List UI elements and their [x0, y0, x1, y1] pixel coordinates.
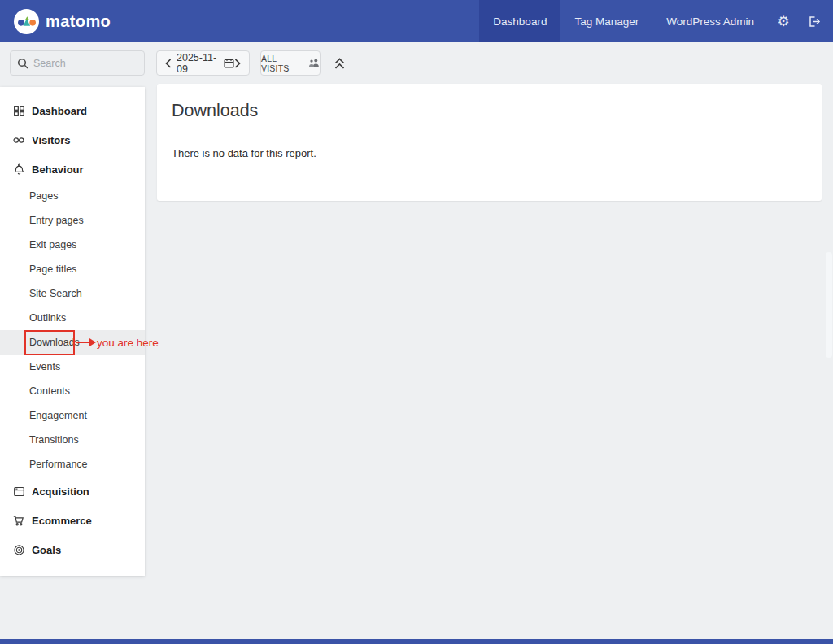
- sidebar-item-label: Dashboard: [32, 105, 87, 117]
- toolbar: 2025-11-09 ALL VISITS: [0, 42, 833, 83]
- sidebar-item-page-titles[interactable]: Page titles: [0, 257, 145, 281]
- sidebar-item-site-search[interactable]: Site Search: [0, 281, 145, 306]
- segment-label: ALL VISITS: [261, 54, 303, 73]
- sidebar-item-performance[interactable]: Performance: [0, 452, 145, 476]
- sidebar-item-goals[interactable]: Goals: [0, 535, 145, 564]
- visitors-link-icon: [13, 134, 24, 146]
- settings-button[interactable]: ⚙: [768, 0, 799, 42]
- sidebar-item-entry-pages[interactable]: Entry pages: [0, 208, 145, 233]
- sidebar-item-label: Acquisition: [32, 485, 89, 498]
- sidebar-item-label: Behaviour: [32, 163, 84, 176]
- sidebar-item-label: Goals: [32, 544, 61, 556]
- sidebar-item-label: Ecommerce: [32, 515, 92, 527]
- sidebar-item-pages[interactable]: Pages: [0, 184, 145, 208]
- nav-tag-manager[interactable]: Tag Manager: [560, 0, 652, 42]
- segment-selector[interactable]: ALL VISITS: [260, 50, 321, 76]
- chevron-left-icon[interactable]: [165, 59, 172, 68]
- matomo-logo-icon: [14, 9, 39, 34]
- search-box[interactable]: [10, 50, 145, 76]
- chevron-right-icon[interactable]: [234, 59, 241, 68]
- sidebar-item-behaviour[interactable]: Behaviour: [0, 154, 145, 184]
- sidebar-item-dashboard[interactable]: Dashboard: [0, 96, 145, 125]
- settings-gear-icon: ⚙: [777, 15, 789, 28]
- sidebar-item-visitors[interactable]: Visitors: [0, 125, 145, 154]
- matomo-logo[interactable]: matomo: [14, 9, 111, 34]
- brand-name: matomo: [46, 12, 111, 31]
- dashboard-grid-icon: [13, 105, 24, 116]
- navbar-links: Dashboard Tag Manager WordPress Admin ⚙: [479, 0, 830, 42]
- empty-report-message: There is no data for this report.: [172, 147, 822, 159]
- selected-date: 2025-11-09: [177, 52, 219, 75]
- sidebar-item-label: Visitors: [32, 134, 70, 146]
- sidebar-item-engagement[interactable]: Engagement: [0, 403, 145, 428]
- logout-icon: [808, 15, 821, 28]
- sidebar-item-contents[interactable]: Contents: [0, 379, 145, 403]
- sidebar-item-transitions[interactable]: Transitions: [0, 428, 145, 452]
- search-input[interactable]: [33, 58, 123, 69]
- sidebar-item-exit-pages[interactable]: Exit pages: [0, 233, 145, 257]
- search-icon: [17, 58, 28, 69]
- nav-dashboard[interactable]: Dashboard: [479, 0, 560, 42]
- nav-wordpress-admin[interactable]: WordPress Admin: [652, 0, 768, 42]
- calendar-icon: [224, 58, 234, 68]
- browser-window-icon: [13, 485, 24, 497]
- sidebar-item-ecommerce[interactable]: Ecommerce: [0, 506, 145, 535]
- sidebar-item-acquisition[interactable]: Acquisition: [0, 476, 145, 506]
- top-navbar: matomo Dashboard Tag Manager WordPress A…: [0, 0, 833, 42]
- target-icon: [13, 544, 24, 555]
- date-range-selector[interactable]: 2025-11-09: [156, 50, 250, 76]
- vertical-scrollbar[interactable]: [826, 252, 832, 358]
- shopping-cart-icon: [13, 515, 24, 526]
- collapse-double-chevron-up-icon[interactable]: [329, 54, 349, 73]
- bell-icon: [13, 163, 24, 175]
- logout-button[interactable]: [799, 0, 830, 42]
- sidebar-item-events[interactable]: Events: [0, 355, 145, 379]
- sidebar: Dashboard Visitors Behaviour Pages Entry…: [0, 87, 145, 576]
- downloads-report-card: Downloads There is no data for this repo…: [157, 84, 822, 201]
- bottom-bar: [0, 639, 833, 644]
- sidebar-item-outlinks[interactable]: Outlinks: [0, 306, 145, 330]
- sidebar-item-downloads[interactable]: Downloads: [0, 330, 145, 355]
- report-title: Downloads: [172, 100, 822, 121]
- visitors-group-icon: [308, 59, 320, 67]
